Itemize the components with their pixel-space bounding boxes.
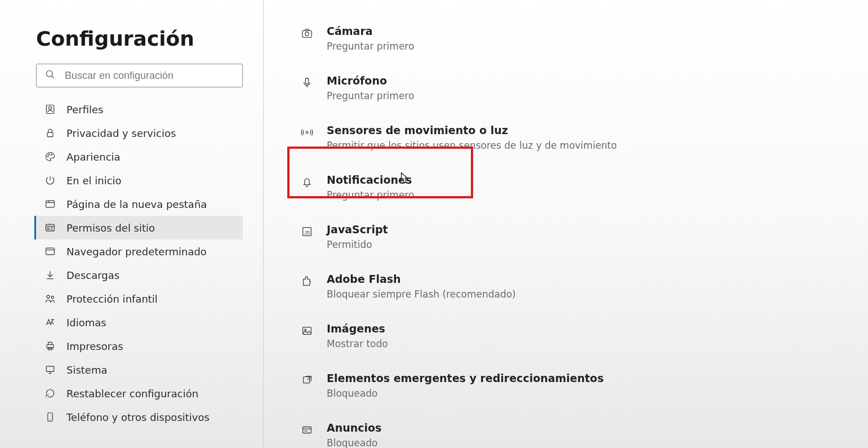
sidebar-item-privacy[interactable]: Privacidad y servicios bbox=[34, 121, 243, 145]
newtab-icon bbox=[44, 198, 56, 210]
permission-title: Anuncios bbox=[327, 422, 868, 434]
sidebar-item-label: Descargas bbox=[66, 269, 119, 281]
permission-item-javascript[interactable]: JS JavaScript Permitido bbox=[300, 212, 868, 261]
svg-text:JS: JS bbox=[304, 230, 310, 236]
svg-rect-23 bbox=[48, 342, 52, 344]
sidebar-item-phone[interactable]: Teléfono y otros dispositivos bbox=[34, 405, 243, 429]
svg-rect-11 bbox=[46, 224, 55, 231]
permission-subtitle: Mostrar todo bbox=[327, 338, 868, 349]
svg-point-13 bbox=[47, 228, 49, 229]
sidebar-item-reset[interactable]: Restablecer configuración bbox=[34, 382, 243, 405]
palette-icon bbox=[44, 150, 56, 163]
svg-rect-16 bbox=[46, 248, 55, 255]
javascript-icon: JS bbox=[300, 224, 314, 239]
permission-subtitle: Bloquear siempre Flash (recomendado) bbox=[327, 289, 868, 300]
lock-icon bbox=[44, 127, 56, 139]
sensor-icon bbox=[300, 125, 314, 140]
sidebar-item-languages[interactable]: Idiomas bbox=[34, 311, 243, 334]
sidebar-item-startup[interactable]: En el inicio bbox=[34, 168, 243, 192]
sidebar-item-label: Página de la nueva pestaña bbox=[66, 198, 207, 210]
permission-item-notifications[interactable]: Notificaciones Preguntar primero bbox=[300, 162, 868, 212]
permission-subtitle: Bloqueado bbox=[327, 437, 868, 448]
permission-subtitle: Preguntar primero bbox=[327, 41, 868, 52]
bell-icon bbox=[300, 175, 314, 189]
site-permissions-icon bbox=[44, 221, 56, 234]
phone-icon bbox=[44, 411, 56, 423]
sidebar-item-default-browser[interactable]: Navegador predeterminado bbox=[34, 239, 243, 263]
permission-item-sensors[interactable]: Sensores de movimiento o luz Permitir qu… bbox=[300, 113, 868, 162]
sidebar-item-downloads[interactable]: Descargas bbox=[34, 263, 243, 287]
svg-rect-40 bbox=[303, 427, 311, 433]
permission-item-images[interactable]: Imágenes Mostrar todo bbox=[300, 311, 868, 361]
reset-icon bbox=[44, 387, 56, 400]
sidebar-item-appearance[interactable]: Apariencia bbox=[34, 145, 243, 168]
permission-title: JavaScript bbox=[327, 223, 868, 236]
svg-rect-8 bbox=[46, 201, 55, 207]
svg-point-34 bbox=[306, 131, 308, 134]
popup-icon bbox=[300, 373, 314, 388]
svg-point-5 bbox=[47, 156, 48, 157]
profile-icon bbox=[44, 103, 56, 116]
permission-title: Imágenes bbox=[327, 322, 868, 335]
svg-point-31 bbox=[305, 32, 309, 36]
sidebar-item-label: Teléfono y otros dispositivos bbox=[66, 411, 210, 423]
sidebar-item-label: Apariencia bbox=[66, 151, 121, 163]
language-icon bbox=[44, 316, 56, 329]
sidebar-item-label: Restablecer configuración bbox=[66, 388, 198, 400]
ads-icon bbox=[300, 423, 314, 437]
svg-rect-39 bbox=[304, 377, 310, 383]
permission-item-camera[interactable]: Cámara Preguntar primero bbox=[300, 14, 868, 63]
permission-title: Micrófono bbox=[327, 74, 868, 87]
permission-title: Sensores de movimiento o luz bbox=[327, 124, 868, 136]
sidebar-item-label: Idiomas bbox=[66, 317, 106, 329]
sidebar-item-label: Protección infantil bbox=[66, 293, 158, 305]
microphone-icon bbox=[300, 76, 314, 90]
permission-subtitle: Bloqueado bbox=[327, 388, 868, 399]
sidebar-item-profiles[interactable]: Perfiles bbox=[34, 97, 243, 121]
puzzle-icon bbox=[300, 274, 314, 289]
printer-icon bbox=[44, 340, 56, 352]
download-icon bbox=[44, 269, 56, 281]
search-icon bbox=[44, 69, 65, 82]
svg-line-1 bbox=[52, 76, 54, 78]
search-input[interactable] bbox=[65, 70, 234, 82]
svg-point-20 bbox=[51, 296, 54, 298]
default-browser-icon bbox=[44, 245, 56, 258]
permission-title: Cámara bbox=[327, 25, 868, 37]
sidebar-item-system[interactable]: Sistema bbox=[34, 358, 243, 382]
system-icon bbox=[44, 363, 56, 376]
sidebar-item-family[interactable]: Protección infantil bbox=[34, 287, 243, 311]
main-content: Cámara Preguntar primero Micrófono Pregu… bbox=[264, 0, 868, 448]
svg-rect-37 bbox=[303, 327, 311, 335]
sidebar-item-label: Privacidad y servicios bbox=[66, 127, 176, 139]
svg-rect-4 bbox=[47, 132, 53, 137]
permission-title: Elementos emergentes y redireccionamient… bbox=[327, 372, 868, 384]
svg-rect-22 bbox=[47, 345, 54, 349]
image-icon bbox=[300, 323, 314, 338]
svg-point-0 bbox=[46, 70, 52, 77]
permission-item-popups[interactable]: Elementos emergentes y redireccionamient… bbox=[300, 361, 868, 410]
sidebar-item-label: Impresoras bbox=[66, 340, 123, 352]
svg-point-6 bbox=[49, 154, 50, 155]
permission-item-ads[interactable]: Anuncios Bloqueado bbox=[300, 410, 868, 448]
sidebar-item-label: Sistema bbox=[66, 364, 108, 376]
svg-rect-25 bbox=[46, 366, 54, 371]
permission-title: Notificaciones bbox=[327, 174, 868, 186]
permission-item-microphone[interactable]: Micrófono Preguntar primero bbox=[300, 63, 868, 113]
svg-rect-32 bbox=[305, 78, 309, 84]
sidebar-nav: Perfiles Privacidad y servicios Aparienc… bbox=[36, 97, 243, 429]
camera-icon bbox=[300, 26, 314, 41]
page-title: Configuración bbox=[36, 0, 243, 64]
sidebar-item-label: Permisos del sitio bbox=[66, 222, 155, 234]
sidebar-item-newtab[interactable]: Página de la nueva pestaña bbox=[34, 192, 243, 216]
sidebar-item-printers[interactable]: Impresoras bbox=[34, 334, 243, 358]
permission-subtitle: Permitido bbox=[327, 239, 868, 250]
power-icon bbox=[44, 174, 56, 187]
svg-point-19 bbox=[47, 295, 50, 298]
permission-subtitle: Permitir que los sitios usen sensores de… bbox=[327, 140, 868, 151]
search-box[interactable] bbox=[36, 64, 243, 87]
permission-subtitle: Preguntar primero bbox=[327, 189, 868, 201]
permission-item-flash[interactable]: Adobe Flash Bloquear siempre Flash (reco… bbox=[300, 261, 868, 311]
svg-point-3 bbox=[49, 107, 52, 109]
sidebar-item-site-permissions[interactable]: Permisos del sitio bbox=[34, 216, 243, 239]
